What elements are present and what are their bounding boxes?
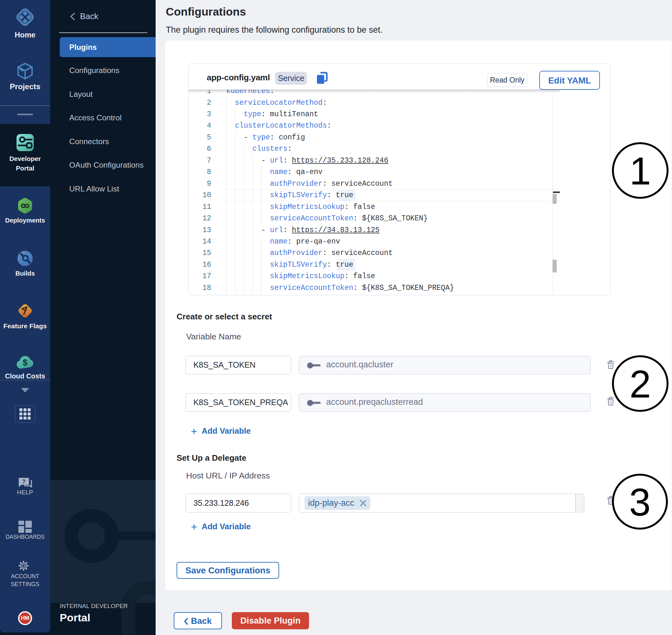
svg-text:3: 3: [629, 481, 651, 524]
svg-text:2: 2: [629, 363, 651, 406]
svg-text:?: ?: [22, 479, 26, 485]
svg-text:$: $: [23, 358, 27, 367]
svg-text:1: 1: [629, 150, 651, 193]
